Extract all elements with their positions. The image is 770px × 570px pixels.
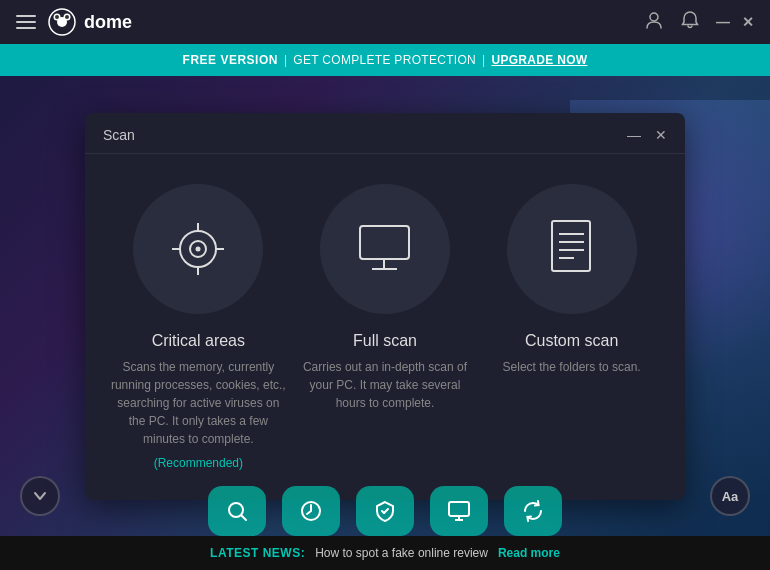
read-more-link[interactable]: Read more: [498, 546, 560, 560]
critical-areas-title: Critical areas: [152, 332, 245, 350]
monitor-bottom-icon: [447, 499, 471, 523]
svg-line-23: [242, 516, 247, 521]
full-scan-icon: [352, 221, 417, 276]
scan-modal-controls: — ✕: [627, 127, 667, 143]
search-bottom-icon: [225, 499, 249, 523]
topbar-left: dome: [16, 8, 132, 36]
custom-scan-desc: Select the folders to scan.: [503, 358, 641, 376]
custom-scan-title: Custom scan: [525, 332, 618, 350]
modal-minimize-button[interactable]: —: [627, 127, 641, 143]
refresh-bottom-icon: [521, 499, 545, 523]
svg-point-5: [65, 15, 69, 19]
news-bar: LATEST NEWS: How to spot a fake online r…: [0, 536, 770, 570]
minimize-button[interactable]: —: [716, 14, 730, 30]
full-scan-title: Full scan: [353, 332, 417, 350]
hamburger-menu[interactable]: [16, 15, 36, 29]
svg-point-6: [650, 13, 658, 21]
bottom-icons-row: [0, 486, 770, 536]
modal-close-button[interactable]: ✕: [655, 127, 667, 143]
free-version-label: FREE VERSION: [183, 53, 278, 67]
news-label: LATEST NEWS:: [210, 546, 305, 560]
upgrade-now-button[interactable]: UPGRADE NOW: [491, 53, 587, 67]
full-scan-option[interactable]: Full scan Carries out an in-depth scan o…: [295, 184, 475, 412]
topbar-right: — ✕: [644, 10, 754, 35]
upgrade-banner: FREE VERSION | GET COMPLETE PROTECTION |…: [0, 44, 770, 76]
scan-modal: Scan — ✕: [85, 113, 685, 500]
news-headline: How to spot a fake online review: [315, 546, 488, 560]
svg-rect-27: [449, 502, 469, 516]
banner-divider2: |: [482, 53, 485, 67]
critical-areas-icon: [168, 219, 228, 279]
scan-options: Critical areas Scans the memory, current…: [85, 154, 685, 500]
window-controls: — ✕: [716, 14, 754, 30]
scan-modal-header: Scan — ✕: [85, 113, 685, 154]
critical-areas-option[interactable]: Critical areas Scans the memory, current…: [108, 184, 288, 470]
critical-areas-icon-circle: [133, 184, 263, 314]
svg-point-9: [196, 246, 201, 251]
banner-divider1: |: [284, 53, 287, 67]
scan-modal-title: Scan: [103, 127, 135, 143]
svg-rect-14: [360, 226, 409, 259]
svg-rect-17: [552, 221, 590, 271]
logo-text: dome: [84, 12, 132, 33]
logo-icon: [48, 8, 76, 36]
topbar: dome — ✕: [0, 0, 770, 44]
account-icon[interactable]: [644, 10, 664, 35]
custom-scan-icon-circle: [507, 184, 637, 314]
monitor-bottom-button[interactable]: [430, 486, 488, 536]
full-scan-desc: Carries out an in-depth scan of your PC.…: [295, 358, 475, 412]
full-scan-icon-circle: [320, 184, 450, 314]
svg-line-26: [384, 509, 388, 513]
notification-icon[interactable]: [680, 10, 700, 35]
main-area: Scan — ✕: [0, 76, 770, 536]
protection-text: GET COMPLETE PROTECTION: [293, 53, 476, 67]
custom-scan-icon: [544, 216, 599, 281]
logo: dome: [48, 8, 132, 36]
refresh-bottom-button[interactable]: [504, 486, 562, 536]
shield-bottom-icon: [373, 499, 397, 523]
shield-bottom-button[interactable]: [356, 486, 414, 536]
close-button[interactable]: ✕: [742, 14, 754, 30]
critical-areas-recommended: (Recommended): [154, 456, 243, 470]
critical-areas-desc: Scans the memory, currently running proc…: [108, 358, 288, 448]
custom-scan-option[interactable]: Custom scan Select the folders to scan.: [482, 184, 662, 376]
svg-point-4: [55, 15, 59, 19]
search-bottom-button[interactable]: [208, 486, 266, 536]
history-bottom-icon: [299, 499, 323, 523]
history-bottom-button[interactable]: [282, 486, 340, 536]
